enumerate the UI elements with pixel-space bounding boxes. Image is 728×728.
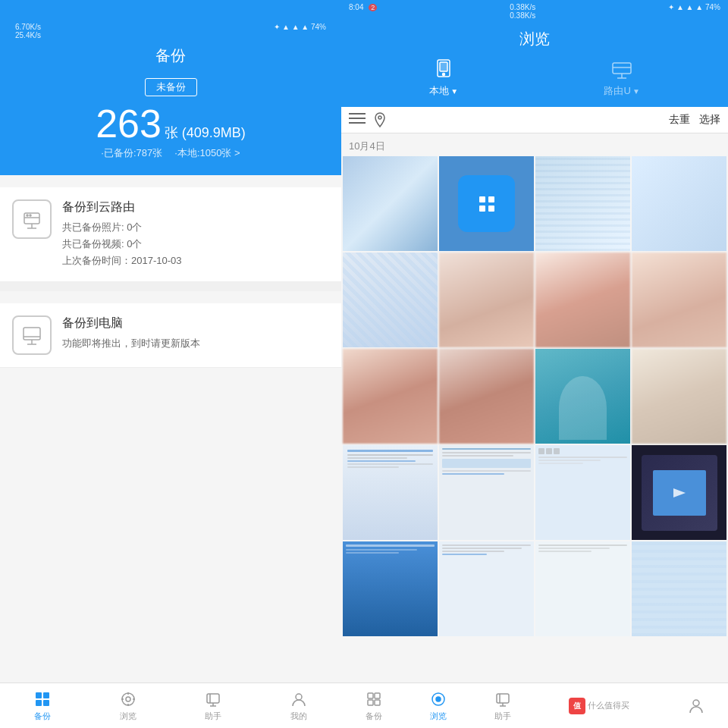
nav-mine-label: 我的	[290, 711, 307, 722]
svg-rect-43	[368, 700, 373, 705]
right-nav-assistant[interactable]: 助手	[470, 690, 535, 722]
photo-thumb[interactable]	[535, 445, 630, 540]
photo-thumb[interactable]	[343, 445, 438, 540]
photo-thumb[interactable]	[535, 253, 630, 347]
left-status-bar: 6.70K/s 25.4K/s ✦ ▲ ▲ ▲ 74%	[15, 23, 326, 46]
svg-rect-11	[43, 692, 49, 698]
photo-thumb[interactable]	[632, 541, 726, 636]
right-nav-assistant-label: 助手	[494, 711, 511, 722]
right-status-bar: 8:04 2 0.38K/s 0.38K/s ✦ ▲ ▲ ▲ 74%	[341, 0, 728, 23]
map-icon[interactable]	[372, 111, 388, 128]
svg-rect-12	[36, 700, 42, 706]
svg-rect-38	[479, 206, 485, 212]
nav-assistant[interactable]: 助手	[171, 690, 256, 722]
backed-count: ·已备份:787张	[101, 146, 162, 160]
router-tab[interactable]: 路由U ▼	[604, 57, 639, 98]
toolbar-right: 去重 选择	[669, 113, 720, 127]
svg-rect-47	[497, 694, 509, 703]
right-panel: 8:04 2 0.38K/s 0.38K/s ✦ ▲ ▲ ▲ 74% 浏览 本地…	[341, 0, 728, 728]
svg-point-5	[30, 215, 31, 216]
right-nav-person[interactable]	[664, 697, 728, 715]
photo-grid	[341, 156, 728, 682]
photo-thumb[interactable]	[632, 253, 726, 347]
nav-backup[interactable]: 备份	[0, 690, 86, 722]
right-nav-backup-label: 备份	[366, 711, 382, 722]
dedup-button[interactable]: 去重	[669, 113, 690, 127]
right-nav-backup[interactable]: 备份	[341, 690, 406, 722]
menu-icon[interactable]	[349, 111, 366, 125]
svg-marker-40	[673, 488, 686, 497]
right-assistant-icon	[494, 690, 512, 708]
pc-card[interactable]: 备份到电脑 功能即将推出，到时请更新版本	[0, 303, 341, 368]
left-title: 备份	[15, 46, 326, 66]
photo-thumb[interactable]	[439, 253, 534, 347]
cloud-router-card[interactable]: 加载中... 备份到云路由 共已备份照片: 0个 共已备份视频: 0个 上次备份…	[0, 187, 341, 282]
photo-thumb[interactable]	[632, 156, 726, 251]
photo-thumb[interactable]	[439, 445, 534, 540]
svg-rect-10	[36, 692, 42, 698]
left-content: 加载中... 备份到云路由 共已备份照片: 0个 共已备份视频: 0个 上次备份…	[0, 175, 341, 682]
right-backup-icon	[365, 690, 383, 708]
photo-thumb[interactable]	[439, 349, 534, 444]
photo-thumb[interactable]	[439, 541, 534, 636]
photo-row-4	[343, 445, 726, 540]
browse-toolbar: 去重 选择	[341, 107, 728, 133]
photo-thumb[interactable]	[343, 156, 438, 251]
svg-point-24	[296, 694, 302, 700]
svg-rect-28	[613, 63, 631, 74]
photo-thumb[interactable]	[535, 156, 630, 251]
svg-point-46	[436, 697, 441, 701]
cloud-router-title: 备份到云路由	[62, 199, 326, 215]
assistant-icon	[204, 690, 222, 708]
svg-rect-44	[375, 700, 380, 705]
photo-count: 263	[96, 102, 162, 146]
device-tabs: 本地 ▼ 路由U ▼	[341, 57, 728, 107]
photo-thumb[interactable]	[343, 349, 438, 444]
svg-point-35	[378, 116, 381, 119]
right-signals: ✦ ▲ ▲ ▲ 74%	[668, 3, 720, 20]
right-nav-browse-label: 浏览	[430, 711, 447, 722]
photo-thumb[interactable]	[632, 445, 726, 540]
photo-thumb[interactable]	[632, 349, 726, 444]
left-panel: 6.70K/s 25.4K/s ✦ ▲ ▲ ▲ 74% 备份 未备份 263 张…	[0, 0, 341, 728]
right-nav-browse[interactable]: 浏览	[406, 690, 470, 722]
cloud-router-info: 备份到云路由 共已备份照片: 0个 共已备份视频: 0个 上次备份时间：2017…	[62, 199, 326, 269]
photo-thumb[interactable]	[439, 156, 534, 251]
svg-rect-36	[479, 196, 485, 202]
photo-unit: 张	[165, 125, 178, 140]
local-tab[interactable]: 本地 ▼	[429, 57, 458, 98]
photo-thumb[interactable]	[535, 541, 630, 636]
photo-size: (409.9MB)	[182, 125, 246, 140]
svg-point-15	[126, 697, 130, 701]
pc-info: 备份到电脑 功能即将推出，到时请更新版本	[62, 315, 326, 352]
svg-point-27	[443, 74, 445, 76]
svg-rect-26	[440, 62, 447, 71]
person-icon	[687, 697, 705, 715]
photo-thumb[interactable]	[343, 253, 438, 347]
nav-browse-label: 浏览	[120, 711, 136, 722]
pc-icon	[12, 315, 52, 355]
mine-icon	[290, 690, 308, 708]
right-bottom-nav: 备份 浏览 助手	[341, 682, 728, 728]
section-gap	[0, 282, 341, 291]
browse-icon	[119, 690, 137, 708]
pc-detail: 功能即将推出，到时请更新版本	[62, 335, 326, 352]
svg-rect-13	[43, 700, 49, 706]
local-count[interactable]: ·本地:1050张 >	[174, 146, 240, 160]
photo-stats: ·已备份:787张 ·本地:1050张 >	[15, 146, 326, 160]
photo-thumb[interactable]	[343, 541, 438, 636]
svg-point-4	[27, 215, 28, 216]
right-nav-smzdm[interactable]: 值 什么值得买	[535, 698, 664, 714]
select-button[interactable]: 选择	[699, 113, 720, 127]
cloud-router-icon	[12, 199, 52, 239]
backup-icon	[33, 690, 52, 708]
left-signals: ✦ ▲ ▲ ▲ 74%	[274, 23, 326, 39]
nav-mine[interactable]: 我的	[256, 690, 342, 722]
photo-thumb[interactable]	[535, 349, 630, 444]
right-time: 8:04 2	[349, 3, 377, 20]
svg-point-14	[122, 693, 134, 705]
nav-browse[interactable]: 浏览	[86, 690, 171, 722]
right-title: 浏览	[341, 23, 728, 57]
photo-row-2	[343, 253, 726, 347]
svg-rect-6	[24, 328, 40, 340]
